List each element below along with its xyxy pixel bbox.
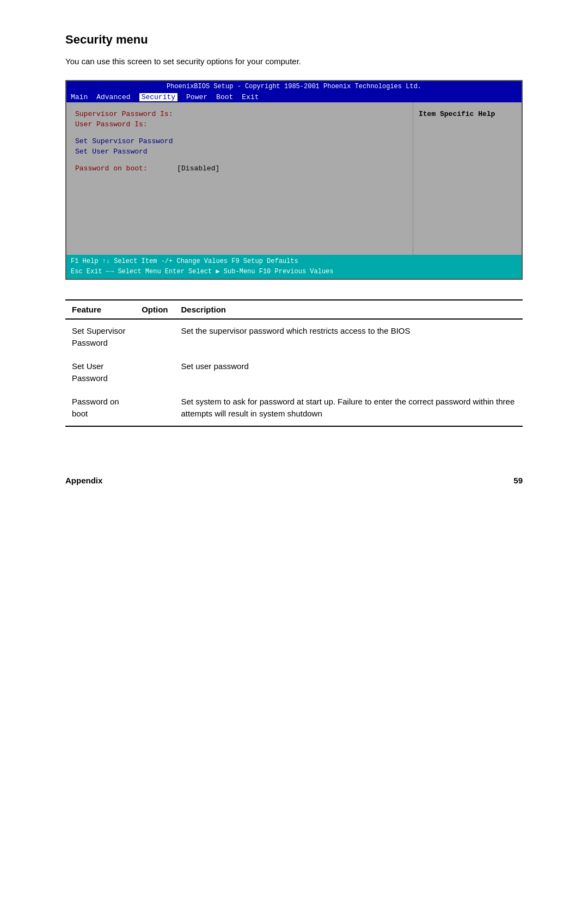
intro-text: You can use this screen to set security …: [65, 56, 523, 68]
desc-set-supervisor: Set the supervisor password which restri…: [175, 319, 523, 355]
bios-supervisor-password-is: Supervisor Password Is:: [75, 110, 404, 118]
bios-menu-boot[interactable]: Boot: [216, 93, 233, 101]
option-set-user: [135, 355, 174, 390]
bios-help-panel: Item Specific Help: [413, 102, 522, 255]
bios-help-title: Item Specific Help: [419, 110, 516, 118]
bios-menubar: Main Advanced Security Power Boot Exit: [66, 92, 522, 102]
option-password-on-boot: [135, 390, 174, 426]
bios-footer-line1: F1 Help ↑↓ Select Item -/+ Change Values…: [71, 256, 517, 267]
table-row: Password on boot Set system to ask for p…: [65, 390, 523, 426]
bios-menu-main[interactable]: Main: [71, 93, 88, 101]
feature-password-on-boot: Password on boot: [65, 390, 135, 426]
option-set-supervisor: [135, 319, 174, 355]
bios-titlebar: PhoenixBIOS Setup - Copyright 1985-2001 …: [66, 81, 522, 92]
col-header-description: Description: [175, 300, 523, 319]
bios-menu-security[interactable]: Security: [139, 93, 177, 101]
page-footer: Appendix 59: [65, 470, 523, 485]
bios-menu-exit[interactable]: Exit: [242, 93, 259, 101]
footer-page-number: 59: [513, 476, 523, 485]
bios-screen: PhoenixBIOS Setup - Copyright 1985-2001 …: [65, 80, 523, 280]
bios-main-panel: Supervisor Password Is: User Password Is…: [66, 102, 413, 255]
bios-menu-power[interactable]: Power: [186, 93, 207, 101]
col-header-feature: Feature: [65, 300, 135, 319]
footer-appendix: Appendix: [65, 476, 102, 485]
bios-menu-advanced[interactable]: Advanced: [96, 93, 130, 101]
table-row: Set UserPassword Set user password: [65, 355, 523, 390]
bios-password-on-boot[interactable]: Password on boot: [Disabled]: [75, 164, 404, 173]
bios-set-supervisor-password[interactable]: Set Supervisor Password: [75, 137, 404, 145]
col-header-option: Option: [135, 300, 174, 319]
table-header-row: Feature Option Description: [65, 300, 523, 319]
bios-footer: F1 Help ↑↓ Select Item -/+ Change Values…: [66, 255, 522, 279]
desc-set-user: Set user password: [175, 355, 523, 390]
feature-set-user: Set UserPassword: [65, 355, 135, 390]
desc-password-on-boot: Set system to ask for password at start …: [175, 390, 523, 426]
bios-body: Supervisor Password Is: User Password Is…: [66, 102, 522, 255]
feature-table: Feature Option Description Set Superviso…: [65, 299, 523, 427]
bios-user-password-is: User Password Is:: [75, 120, 404, 128]
bios-footer-line2: Esc Exit ←→ Select Menu Enter Select ▶ S…: [71, 267, 517, 277]
page-title: Security menu: [65, 33, 523, 47]
table-row: Set SupervisorPassword Set the superviso…: [65, 319, 523, 355]
feature-set-supervisor: Set SupervisorPassword: [65, 319, 135, 355]
feature-table-section: Feature Option Description Set Superviso…: [65, 299, 523, 427]
bios-set-user-password[interactable]: Set User Password: [75, 148, 404, 156]
